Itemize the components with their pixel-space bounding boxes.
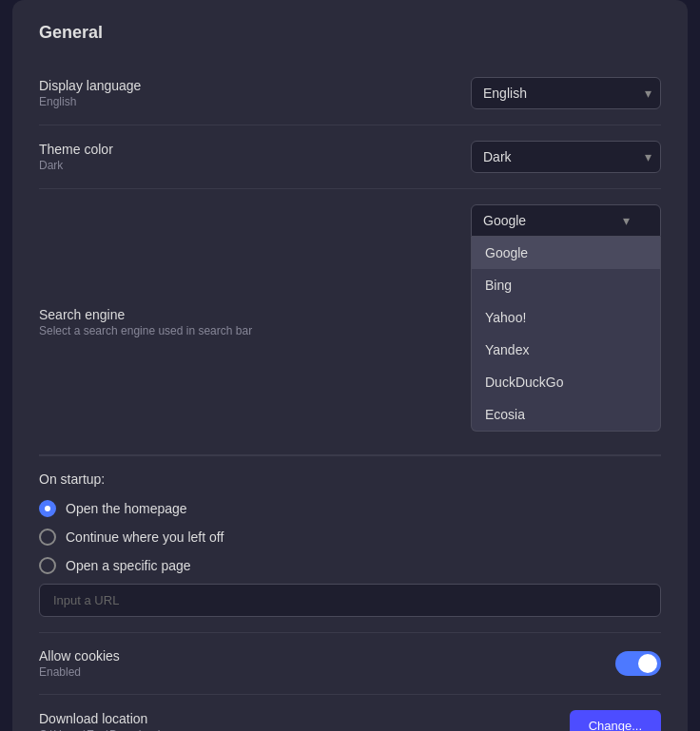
search-engine-sublabel: Select a search engine used in search ba… xyxy=(39,324,252,337)
theme-color-sublabel: Dark xyxy=(39,159,113,172)
on-startup-section: On startup: Open the homepage Continue w… xyxy=(39,456,661,633)
search-engine-label: Search engine xyxy=(39,307,252,322)
display-language-label: Display language xyxy=(39,78,141,93)
download-location-path: C:\Users\Eva\Downloads xyxy=(39,728,165,732)
startup-option-specific[interactable]: Open a specific page xyxy=(39,557,661,574)
search-engine-dropdown-open: Google Bing Yahoo! Yandex DuckDuckGo Eco… xyxy=(471,237,661,432)
panel-title: General xyxy=(39,23,661,43)
theme-color-dropdown-wrapper[interactable]: Dark Light System xyxy=(471,141,661,173)
search-engine-select-display[interactable]: Google xyxy=(471,204,661,237)
search-option-google[interactable]: Google xyxy=(472,237,660,269)
theme-color-label: Theme color xyxy=(39,142,113,157)
startup-radio-continue[interactable] xyxy=(39,529,56,546)
search-option-yahoo[interactable]: Yahoo! xyxy=(472,301,660,334)
startup-radio-specific[interactable] xyxy=(39,557,56,574)
search-option-ecosia[interactable]: Ecosia xyxy=(472,398,660,431)
allow-cookies-label-group: Allow cookies Enabled xyxy=(39,648,120,679)
change-button[interactable]: Change... xyxy=(570,710,661,731)
theme-color-row: Theme color Dark Dark Light System xyxy=(39,125,661,189)
display-language-label-group: Display language English xyxy=(39,78,141,108)
display-language-select[interactable]: English French German Spanish Chinese xyxy=(471,77,661,109)
startup-label: On startup: xyxy=(39,471,661,487)
startup-label-continue: Continue where you left off xyxy=(66,529,224,545)
allow-cookies-row: Allow cookies Enabled xyxy=(39,633,661,695)
toggle-slider xyxy=(615,651,661,676)
url-input[interactable] xyxy=(39,584,661,617)
search-engine-top-row: Search engine Select a search engine use… xyxy=(39,204,661,439)
display-language-sublabel: English xyxy=(39,95,141,108)
allow-cookies-toggle[interactable] xyxy=(615,651,661,676)
display-language-dropdown-wrapper[interactable]: English French German Spanish Chinese xyxy=(471,77,661,109)
startup-radio-group: Open the homepage Continue where you lef… xyxy=(39,500,661,574)
download-location-label-group: Download location C:\Users\Eva\Downloads xyxy=(39,711,165,732)
theme-color-label-group: Theme color Dark xyxy=(39,142,113,172)
startup-option-homepage[interactable]: Open the homepage xyxy=(39,500,661,517)
startup-radio-homepage[interactable] xyxy=(39,500,56,517)
startup-label-specific: Open a specific page xyxy=(66,558,191,573)
settings-panel: General Display language English English… xyxy=(12,0,688,731)
download-location-row: Download location C:\Users\Eva\Downloads… xyxy=(39,695,661,731)
search-option-bing[interactable]: Bing xyxy=(472,269,660,301)
theme-color-select[interactable]: Dark Light System xyxy=(471,141,661,173)
search-engine-dropdown-container: Google Google Bing Yahoo! Yandex DuckDuc… xyxy=(471,204,661,439)
startup-option-continue[interactable]: Continue where you left off xyxy=(39,529,661,546)
download-location-label: Download location xyxy=(39,711,165,726)
allow-cookies-label: Allow cookies xyxy=(39,648,120,664)
startup-label-homepage: Open the homepage xyxy=(66,501,187,516)
allow-cookies-sublabel: Enabled xyxy=(39,665,120,679)
search-option-yandex[interactable]: Yandex xyxy=(472,334,660,366)
search-engine-current-value: Google xyxy=(483,213,526,228)
display-language-row: Display language English English French … xyxy=(39,62,661,125)
search-engine-label-group: Search engine Select a search engine use… xyxy=(39,307,252,337)
search-engine-divider xyxy=(39,454,661,455)
search-option-duckduckgo[interactable]: DuckDuckGo xyxy=(472,366,660,398)
search-engine-section: Search engine Select a search engine use… xyxy=(39,189,661,456)
